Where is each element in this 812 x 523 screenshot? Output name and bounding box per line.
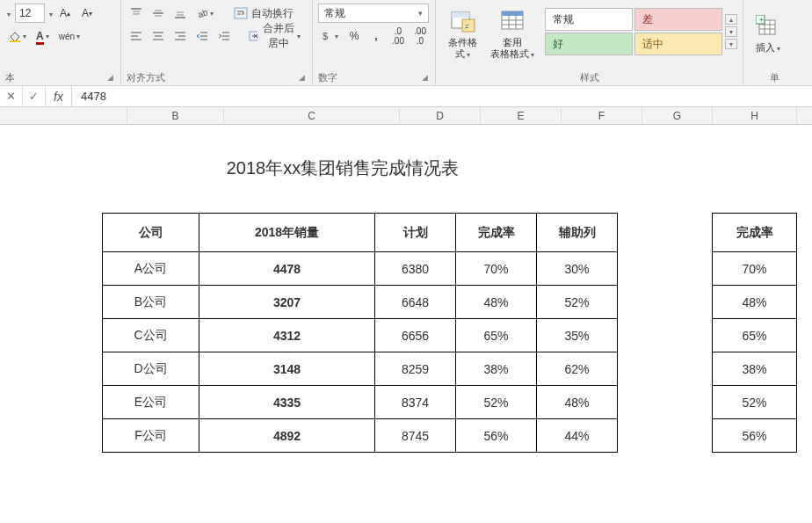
- cell[interactable]: 70%: [456, 252, 537, 286]
- formula-bar: ✕ ✓ fx 4478: [0, 86, 812, 107]
- percent-format-button[interactable]: %: [344, 26, 364, 46]
- col-header[interactable]: E: [481, 107, 562, 124]
- align-center-button[interactable]: [149, 26, 168, 46]
- align-right-button[interactable]: [170, 26, 190, 46]
- cell[interactable]: 56%: [456, 419, 537, 453]
- col-header[interactable]: D: [400, 107, 481, 124]
- formula-input[interactable]: 4478: [72, 86, 812, 106]
- decrease-font-button[interactable]: A▾: [77, 4, 97, 23]
- wrap-text-button[interactable]: 自动换行: [228, 4, 300, 23]
- decrease-indent-button[interactable]: [192, 26, 212, 46]
- col-header-blank[interactable]: [0, 107, 127, 124]
- font-dialog-launcher[interactable]: ◢: [105, 73, 115, 82]
- cell[interactable]: 4335: [199, 386, 375, 419]
- comma-format-button[interactable]: ,: [366, 26, 386, 46]
- insert-cells-button[interactable]: ＋ 插入: [749, 3, 787, 64]
- group-label-font: 本: [5, 71, 15, 84]
- col-header[interactable]: H: [713, 107, 797, 124]
- font-size-dropdown[interactable]: [47, 7, 53, 19]
- merge-center-button[interactable]: 合并后居中: [243, 26, 307, 46]
- cell[interactable]: 30%: [537, 252, 618, 286]
- cell[interactable]: E公司: [103, 386, 199, 419]
- cell[interactable]: 8745: [375, 419, 456, 453]
- col-header[interactable]: C: [224, 107, 400, 124]
- orientation-button[interactable]: ab: [192, 4, 217, 23]
- th-sales[interactable]: 2018年销量: [199, 214, 375, 252]
- cell[interactable]: 6648: [375, 286, 456, 319]
- col-header[interactable]: B: [127, 107, 224, 124]
- table-row: C公司4312665665%35%: [103, 319, 618, 352]
- fill-color-button[interactable]: [5, 26, 30, 46]
- align-top-button[interactable]: [127, 4, 146, 23]
- col-header[interactable]: G: [642, 107, 713, 124]
- cell[interactable]: 8259: [375, 352, 456, 386]
- cell[interactable]: 44%: [537, 419, 618, 453]
- cell[interactable]: 35%: [537, 319, 618, 352]
- cell[interactable]: 6380: [375, 252, 456, 286]
- cell[interactable]: 4312: [199, 319, 375, 352]
- style-scroll-up[interactable]: ▴: [725, 14, 737, 25]
- cell[interactable]: 52%: [456, 386, 537, 419]
- increase-decimal-button[interactable]: .0.00: [388, 26, 408, 46]
- svg-rect-34: [502, 11, 523, 16]
- cell[interactable]: A公司: [103, 252, 199, 286]
- style-neutral[interactable]: 适中: [634, 33, 722, 55]
- cell[interactable]: 65%: [713, 319, 797, 352]
- cell[interactable]: 4478: [199, 252, 375, 286]
- cell[interactable]: 48%: [537, 386, 618, 419]
- th-rate[interactable]: 完成率: [456, 214, 537, 252]
- insert-function-button[interactable]: fx: [46, 86, 72, 106]
- cell[interactable]: B公司: [103, 286, 199, 319]
- worksheet-area[interactable]: 2018年xx集团销售完成情况表 公司 2018年销量 计划 完成率 辅助列 A…: [0, 125, 812, 523]
- cell[interactable]: 70%: [713, 252, 797, 286]
- cell[interactable]: 56%: [713, 419, 797, 453]
- cell[interactable]: 8374: [375, 386, 456, 419]
- th-aux[interactable]: 辅助列: [537, 214, 618, 252]
- th-plan[interactable]: 计划: [375, 214, 456, 252]
- cell[interactable]: 6656: [375, 319, 456, 352]
- align-middle-button[interactable]: [149, 4, 168, 23]
- align-bottom-button[interactable]: [170, 4, 190, 23]
- cell[interactable]: 38%: [713, 352, 797, 386]
- confirm-edit-button[interactable]: ✓: [23, 86, 46, 106]
- font-size-input[interactable]: 12: [15, 4, 45, 23]
- font-color-button[interactable]: A: [33, 26, 53, 46]
- format-as-table-button[interactable]: 套用 表格格式: [485, 3, 540, 64]
- cell[interactable]: 4892: [199, 419, 375, 453]
- style-bad[interactable]: 差: [634, 8, 722, 31]
- style-gallery-more[interactable]: ▾: [725, 39, 737, 49]
- cell[interactable]: D公司: [103, 352, 199, 386]
- th-company[interactable]: 公司: [103, 214, 199, 252]
- th-side-rate[interactable]: 完成率: [713, 214, 797, 252]
- col-header[interactable]: F: [562, 107, 642, 124]
- cell[interactable]: 38%: [456, 352, 537, 386]
- font-dropdown-edge[interactable]: [5, 7, 12, 19]
- cell[interactable]: C公司: [103, 319, 199, 352]
- conditional-formatting-button[interactable]: ≠ 条件格式: [441, 3, 485, 64]
- number-dialog-launcher[interactable]: ◢: [420, 73, 430, 82]
- cell[interactable]: 52%: [537, 286, 618, 319]
- style-normal[interactable]: 常规: [545, 8, 633, 31]
- accounting-format-button[interactable]: $: [318, 26, 342, 46]
- phonetic-button[interactable]: wén: [55, 26, 83, 46]
- group-label-styles: 样式: [580, 71, 599, 84]
- cell[interactable]: 65%: [456, 319, 537, 352]
- cell[interactable]: 52%: [713, 386, 797, 419]
- number-format-combo[interactable]: 常规: [318, 4, 429, 23]
- cell[interactable]: 3207: [199, 286, 375, 319]
- cell[interactable]: 48%: [456, 286, 537, 319]
- cancel-edit-button[interactable]: ✕: [0, 86, 23, 106]
- style-good[interactable]: 好: [545, 33, 633, 55]
- style-scroll-down[interactable]: ▾: [725, 26, 737, 37]
- cell[interactable]: 48%: [713, 286, 797, 319]
- ribbon-group-number: 常规 $ % , .0.00 .00.0 数字◢: [313, 0, 436, 85]
- increase-indent-button[interactable]: [214, 26, 234, 46]
- align-left-button[interactable]: [127, 26, 146, 46]
- decrease-decimal-button[interactable]: .00.0: [410, 26, 430, 46]
- cell[interactable]: F公司: [103, 419, 199, 453]
- cell[interactable]: 62%: [537, 352, 618, 386]
- increase-font-button[interactable]: A▴: [55, 4, 75, 23]
- cell[interactable]: 3148: [199, 352, 375, 386]
- alignment-dialog-launcher[interactable]: ◢: [297, 73, 307, 82]
- svg-rect-0: [10, 40, 20, 42]
